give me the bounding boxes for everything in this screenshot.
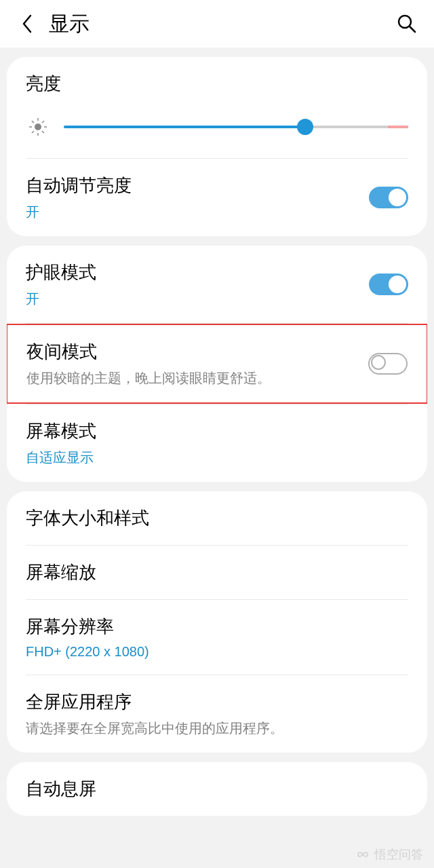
display-settings-section: 字体大小和样式 屏幕缩放 屏幕分辨率 FHD+ (2220 x 1080) 全屏… [7, 491, 427, 753]
sleep-section: 自动息屏 [7, 762, 427, 816]
screen-mode-title: 屏幕模式 [26, 419, 408, 443]
svg-line-1 [410, 26, 415, 32]
back-button[interactable] [14, 10, 41, 37]
svg-line-7 [32, 121, 34, 123]
row-content: 自动息屏 [26, 777, 408, 801]
slider-fill [64, 126, 305, 128]
row-content: 护眼模式 开 [26, 261, 369, 308]
brightness-low-icon [26, 115, 50, 139]
resolution-title: 屏幕分辨率 [26, 615, 408, 639]
auto-brightness-toggle[interactable] [369, 187, 408, 208]
svg-line-9 [42, 121, 44, 123]
toggle-knob [389, 189, 406, 206]
watermark: 悟空问答 [355, 846, 423, 863]
brightness-slider[interactable] [64, 120, 408, 134]
eye-comfort-status: 开 [26, 290, 369, 308]
resolution-value: FHD+ (2220 x 1080) [26, 644, 408, 660]
row-content: 屏幕分辨率 FHD+ (2220 x 1080) [26, 615, 408, 660]
screen-mode-row[interactable]: 屏幕模式 自适应显示 [7, 404, 427, 482]
toggle-knob [389, 276, 406, 293]
brightness-control [26, 115, 408, 139]
night-mode-toggle[interactable] [368, 353, 408, 375]
resolution-row[interactable]: 屏幕分辨率 FHD+ (2220 x 1080) [7, 600, 427, 675]
font-title: 字体大小和样式 [26, 506, 408, 530]
eye-comfort-toggle[interactable] [369, 273, 408, 295]
chevron-left-icon [21, 14, 33, 34]
row-content: 屏幕缩放 [26, 561, 408, 584]
eye-comfort-row[interactable]: 护眼模式 开 [7, 246, 427, 323]
svg-line-10 [32, 131, 34, 133]
svg-line-8 [42, 131, 44, 133]
display-modes-section: 护眼模式 开 夜间模式 使用较暗的主题，晚上阅读眼睛更舒适。 屏幕模式 自适应显… [7, 246, 427, 482]
zoom-title: 屏幕缩放 [26, 561, 408, 584]
brightness-row: 亮度 [7, 57, 427, 158]
fullscreen-apps-title: 全屏应用程序 [26, 690, 408, 714]
night-mode-highlight: 夜间模式 使用较暗的主题，晚上阅读眼睛更舒适。 [7, 324, 427, 404]
toggle-knob [371, 355, 386, 370]
fullscreen-apps-desc: 请选择要在全屏宽高比中使用的应用程序。 [26, 719, 408, 738]
row-content: 夜间模式 使用较暗的主题，晚上阅读眼睛更舒适。 [26, 340, 368, 388]
row-content: 全屏应用程序 请选择要在全屏宽高比中使用的应用程序。 [26, 690, 408, 738]
infinity-icon [355, 848, 370, 861]
svg-point-2 [35, 124, 41, 130]
auto-brightness-status: 开 [26, 203, 369, 221]
night-mode-row[interactable]: 夜间模式 使用较暗的主题，晚上阅读眼睛更舒适。 [7, 325, 427, 402]
fullscreen-apps-row[interactable]: 全屏应用程序 请选择要在全屏宽高比中使用的应用程序。 [7, 675, 427, 753]
header-bar: 显示 [0, 0, 434, 48]
screen-mode-value: 自适应显示 [26, 449, 408, 467]
auto-sleep-title: 自动息屏 [26, 777, 408, 801]
night-mode-title: 夜间模式 [26, 340, 368, 364]
page-title: 显示 [49, 10, 393, 38]
eye-comfort-title: 护眼模式 [26, 261, 369, 284]
brightness-label: 亮度 [26, 72, 408, 96]
brightness-section: 亮度 [7, 57, 427, 236]
auto-brightness-title: 自动调节亮度 [26, 174, 369, 197]
watermark-text: 悟空问答 [374, 846, 423, 863]
auto-sleep-row[interactable]: 自动息屏 [7, 762, 427, 816]
auto-brightness-row[interactable]: 自动调节亮度 开 [7, 159, 427, 236]
slider-thumb[interactable] [297, 119, 313, 135]
night-mode-desc: 使用较暗的主题，晚上阅读眼睛更舒适。 [26, 369, 368, 388]
search-icon [397, 14, 417, 34]
row-content: 自动调节亮度 开 [26, 174, 369, 221]
zoom-row[interactable]: 屏幕缩放 [7, 546, 427, 599]
row-content: 屏幕模式 自适应显示 [26, 419, 408, 467]
font-row[interactable]: 字体大小和样式 [7, 491, 427, 545]
row-content: 字体大小和样式 [26, 506, 408, 530]
search-button[interactable] [393, 10, 420, 37]
